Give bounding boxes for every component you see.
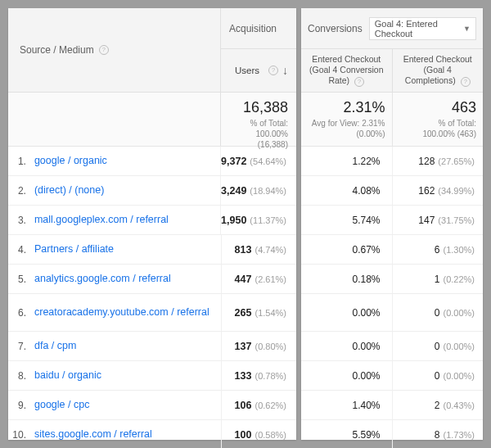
users-cell: 3,249(18.94%) (220, 176, 296, 205)
completions-cell: 162(34.99%) (393, 176, 484, 205)
source-medium-cell: google / cpc (31, 396, 221, 415)
source-medium-link[interactable]: creatoracademy.youtube.com / referral (34, 306, 209, 318)
completions-cell: 128(27.65%) (393, 147, 484, 175)
dimension-label: Source / Medium (20, 44, 94, 56)
source-medium-cell: Partners / affiliate (31, 240, 221, 260)
row-index: 7. (8, 341, 31, 352)
completions-cell: 1(0.22%) (393, 265, 484, 293)
row-index: 9. (8, 400, 31, 411)
panel-conversions: Conversions Goal 4: Entered Checkout ▼ E… (301, 8, 483, 440)
table-row: 4.08%162(34.99%) (301, 176, 483, 206)
table-row: 3.mall.googleplex.com / referral1,950(11… (8, 206, 296, 235)
table-row: 8.baidu / organic133(0.78%) (8, 361, 296, 391)
completions-cell: 6(1.30%) (393, 235, 484, 264)
completions-cell: 8(1.73%) (393, 420, 484, 448)
source-medium-link[interactable]: dfa / cpm (34, 340, 76, 351)
conversion-rate-header[interactable]: Entered Checkout (Goal 4 Conversion Rate… (301, 49, 393, 92)
table-row: 5.59%8(1.73%) (301, 420, 483, 448)
header-right: Conversions Goal 4: Entered Checkout ▼ E… (301, 8, 483, 93)
table-row: 1.40%2(0.43%) (301, 391, 483, 420)
conversion-rate-cell: 5.59% (301, 420, 393, 448)
source-medium-link[interactable]: analytics.google.com / referral (34, 273, 171, 284)
source-medium-link[interactable]: google / organic (34, 155, 107, 166)
summary-users: 16,388 % of Total:100.00%(16,388) (221, 93, 296, 146)
panel-acquisition: Source / Medium ? Acquisition Users ? ↓ (8, 8, 296, 440)
completions-header[interactable]: Entered Checkout (Goal 4 Completions)? (393, 49, 484, 92)
table-row: 1.22%128(27.65%) (301, 147, 483, 176)
users-cell: 137(0.80%) (221, 332, 296, 360)
source-medium-cell: google / organic (31, 152, 220, 171)
table-row: 0.67%6(1.30%) (301, 235, 483, 265)
row-index: 1. (8, 156, 31, 167)
source-medium-link[interactable]: mall.googleplex.com / referral (34, 214, 169, 225)
users-cell: 447(2.61%) (221, 265, 296, 293)
summary-row-left: 16,388 % of Total:100.00%(16,388) (8, 93, 296, 147)
table-row: 1.google / organic9,372(54.64%) (8, 147, 296, 176)
conversion-rate-cell: 1.22% (301, 147, 393, 175)
users-cell: 813(4.74%) (221, 235, 296, 264)
chevron-down-icon: ▼ (463, 25, 471, 33)
data-rows-right: 1.22%128(27.65%)4.08%162(34.99%)5.74%147… (301, 147, 483, 448)
table-row: 5.analytics.google.com / referral447(2.6… (8, 265, 296, 294)
row-index: 6. (8, 307, 31, 319)
help-icon[interactable]: ? (268, 66, 278, 75)
table-row: 10.sites.google.com / referral100(0.58%) (8, 420, 296, 448)
completions-cell: 0(0.00%) (393, 332, 484, 360)
source-medium-cell: mall.googleplex.com / referral (31, 210, 220, 230)
conversion-rate-cell: 0.67% (301, 235, 393, 264)
source-medium-link[interactable]: Partners / affiliate (34, 243, 114, 255)
source-medium-link[interactable]: google / cpc (34, 399, 89, 410)
table-row: 2.(direct) / (none)3,249(18.94%) (8, 176, 296, 206)
source-medium-cell: sites.google.com / referral (31, 425, 221, 445)
source-medium-cell: dfa / cpm (31, 337, 221, 356)
table-row: 0.18%1(0.22%) (301, 265, 483, 294)
source-medium-link[interactable]: baidu / organic (34, 369, 101, 381)
acquisition-group-header: Acquisition (221, 8, 296, 48)
source-medium-cell: baidu / organic (31, 366, 221, 386)
source-medium-link[interactable]: (direct) / (none) (34, 184, 104, 196)
row-index: 4. (8, 244, 31, 256)
users-cell: 1,950(11.37%) (220, 206, 296, 234)
help-icon[interactable]: ? (354, 77, 364, 87)
conversion-rate-cell: 0.00% (301, 361, 393, 390)
table-row: 0.00%0(0.00%) (301, 361, 483, 391)
row-index: 3. (8, 215, 31, 226)
row-index: 8. (8, 370, 31, 382)
conversion-rate-cell: 0.18% (301, 265, 393, 293)
source-medium-cell: creatoracademy.youtube.com / referral (31, 303, 221, 323)
source-medium-link[interactable]: sites.google.com / referral (34, 428, 152, 440)
help-icon[interactable]: ? (461, 77, 471, 87)
table-row: 7.dfa / cpm137(0.80%) (8, 332, 296, 361)
conversion-rate-cell: 0.00% (301, 332, 393, 360)
help-icon[interactable]: ? (99, 45, 109, 55)
table-row: 9.google / cpc106(0.62%) (8, 391, 296, 420)
table-row: 0.00%0(0.00%) (301, 332, 483, 361)
conversion-rate-cell: 1.40% (301, 391, 393, 419)
completions-cell: 2(0.43%) (393, 391, 484, 419)
summary-completions: 463 % of Total:100.00% (463) (393, 93, 484, 146)
data-rows-left: 1.google / organic9,372(54.64%)2.(direct… (8, 147, 296, 448)
users-cell: 106(0.62%) (221, 391, 296, 419)
goal-select-dropdown[interactable]: Goal 4: Entered Checkout ▼ (369, 17, 476, 40)
users-cell: 265(1.54%) (221, 294, 296, 331)
completions-cell: 147(31.75%) (393, 206, 484, 234)
summary-row-right: 2.31% Avg for View: 2.31%(0.00%) 463 % o… (301, 93, 483, 147)
header-left: Source / Medium ? Acquisition Users ? ↓ (8, 8, 296, 93)
completions-cell: 0(0.00%) (393, 361, 484, 390)
source-medium-cell: analytics.google.com / referral (31, 269, 221, 289)
row-index: 5. (8, 274, 31, 285)
users-column-header[interactable]: Users ? ↓ (221, 49, 296, 92)
row-index: 2. (8, 185, 31, 197)
source-medium-cell: (direct) / (none) (31, 181, 220, 201)
conversion-rate-cell: 4.08% (301, 176, 393, 205)
table-row: 6.creatoracademy.youtube.com / referral2… (8, 294, 296, 332)
users-cell: 9,372(54.64%) (220, 147, 296, 175)
conversions-label: Conversions (308, 23, 363, 34)
table-row: 5.74%147(31.75%) (301, 206, 483, 235)
dimension-header[interactable]: Source / Medium ? (8, 8, 221, 92)
users-cell: 100(0.58%) (221, 420, 296, 448)
completions-cell: 0(0.00%) (393, 294, 484, 331)
sort-desc-icon: ↓ (282, 64, 288, 77)
table-row: 0.00%0(0.00%) (301, 294, 483, 332)
conversion-rate-cell: 0.00% (301, 294, 393, 331)
